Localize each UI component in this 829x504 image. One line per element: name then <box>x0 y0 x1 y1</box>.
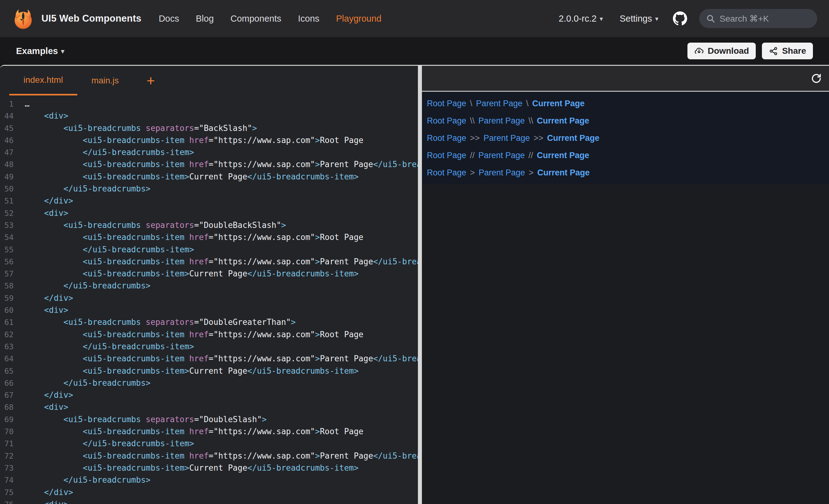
line-text: </div> <box>25 389 73 401</box>
breadcrumbs-row: Root Page>>Parent Page>>Current Page <box>427 129 829 147</box>
search-input[interactable]: Search ⌘+K <box>699 9 817 28</box>
settings-dropdown[interactable]: Settings ▾ <box>620 13 658 24</box>
breadcrumb-current: Current Page <box>532 99 585 108</box>
ui5-phoenix-logo[interactable] <box>12 7 35 30</box>
code-line: 51 </div> <box>0 195 418 207</box>
code-line: 72 <ui5-breadcrumbs-item href="https://w… <box>0 450 418 462</box>
settings-label: Settings <box>620 13 652 24</box>
breadcrumb-separator: \ <box>470 99 473 108</box>
line-text: <ui5-breadcrumbs-item href="https://www.… <box>25 353 418 365</box>
line-number: 65 <box>0 365 25 377</box>
site-header: UI5 Web Components Docs Blog Components … <box>0 0 829 37</box>
preview-pane: Root Page\Parent Page\Current PageRoot P… <box>422 66 829 504</box>
breadcrumb-current: Current Page <box>537 168 590 178</box>
breadcrumb-link[interactable]: Parent Page <box>476 99 522 108</box>
line-number: 46 <box>0 134 25 146</box>
code-line: 76 <div> <box>0 498 418 504</box>
code-line: 52 <div> <box>0 207 418 219</box>
code-line: 74 </ui5-breadcrumbs> <box>0 474 418 486</box>
line-text: <ui5-breadcrumbs-item href="https://www.… <box>25 134 363 146</box>
download-button[interactable]: Download <box>687 43 756 59</box>
breadcrumb-link[interactable]: Parent Page <box>483 133 530 143</box>
code-line: 58 </ui5-breadcrumbs> <box>0 280 418 292</box>
breadcrumb-separator: // <box>529 151 533 160</box>
version-dropdown[interactable]: 2.0.0-rc.2 ▾ <box>559 13 603 24</box>
code-line: 53 <ui5-breadcrumbs separators="DoubleBa… <box>0 219 418 231</box>
version-label: 2.0.0-rc.2 <box>559 13 597 24</box>
code-line: 48 <ui5-breadcrumbs-item href="https://w… <box>0 158 418 170</box>
line-text: </ui5-breadcrumbs-item> <box>25 438 194 450</box>
line-number: 47 <box>0 146 25 158</box>
breadcrumb-link[interactable]: Root Page <box>427 168 466 178</box>
line-number: 71 <box>0 438 25 450</box>
main-nav: Docs Blog Components Icons Playground <box>158 13 382 24</box>
line-number: 75 <box>0 487 25 498</box>
line-number: 74 <box>0 474 25 486</box>
code-area[interactable]: 1…44 <div>45 <ui5-breadcrumbs separators… <box>0 95 418 504</box>
examples-label: Examples <box>16 46 58 56</box>
line-text: <ui5-breadcrumbs separators="DoubleGreat… <box>25 316 296 328</box>
breadcrumb-link[interactable]: Root Page <box>427 99 466 108</box>
breadcrumb-separator: >> <box>470 133 480 143</box>
breadcrumb-separator: \ <box>526 99 529 108</box>
line-number: 60 <box>0 304 25 316</box>
line-text: </ui5-breadcrumbs> <box>25 280 150 292</box>
line-text: <ui5-breadcrumbs separators="BackSlash"> <box>25 122 257 134</box>
breadcrumb-separator: \\ <box>470 116 475 126</box>
breadcrumb-link[interactable]: Parent Page <box>478 168 525 178</box>
line-text: <ui5-breadcrumbs-item>Current Page</ui5-… <box>25 462 359 474</box>
tab-main-js[interactable]: main.js <box>77 66 133 95</box>
examples-dropdown[interactable]: Examples ▾ <box>16 46 64 56</box>
breadcrumb-separator: > <box>470 168 475 178</box>
line-text: <div> <box>25 401 68 413</box>
line-number: 68 <box>0 401 25 413</box>
line-number: 49 <box>0 171 25 183</box>
code-line: 45 <ui5-breadcrumbs separators="BackSlas… <box>0 122 418 134</box>
brand-title: UI5 Web Components <box>41 13 141 24</box>
code-line: 61 <ui5-breadcrumbs separators="DoubleGr… <box>0 316 418 328</box>
breadcrumb-separator: > <box>529 168 534 178</box>
nav-item-playground[interactable]: Playground <box>336 13 382 24</box>
add-tab-button[interactable]: + <box>146 66 155 95</box>
nav-item-blog[interactable]: Blog <box>196 13 214 24</box>
line-number: 73 <box>0 462 25 474</box>
breadcrumb-separator: \\ <box>529 116 533 126</box>
line-number: 76 <box>0 498 25 504</box>
line-text: <div> <box>25 498 68 504</box>
breadcrumb-link[interactable]: Parent Page <box>478 116 525 126</box>
breadcrumbs-row: Root Page\Parent Page\Current Page <box>427 95 829 112</box>
breadcrumb-link[interactable]: Root Page <box>427 133 466 143</box>
github-icon[interactable] <box>673 11 687 26</box>
breadcrumb-link[interactable]: Root Page <box>427 116 466 126</box>
code-line: 68 <div> <box>0 401 418 413</box>
breadcrumbs-row: Root Page>Parent Page>Current Page <box>427 164 829 181</box>
line-number: 59 <box>0 292 25 304</box>
line-number: 58 <box>0 280 25 292</box>
code-line: 66 </ui5-breadcrumbs> <box>0 377 418 389</box>
code-line: 60 <div> <box>0 304 418 316</box>
nav-item-icons[interactable]: Icons <box>298 13 319 24</box>
code-line: 70 <ui5-breadcrumbs-item href="https://w… <box>0 426 418 438</box>
breadcrumb-link[interactable]: Root Page <box>427 151 466 160</box>
code-line: 47 </ui5-breadcrumbs-item> <box>0 146 418 158</box>
code-line: 69 <ui5-breadcrumbs separators="DoubleSl… <box>0 414 418 426</box>
share-button[interactable]: Share <box>762 43 813 59</box>
nav-item-components[interactable]: Components <box>230 13 281 24</box>
tab-index-html[interactable]: index.html <box>9 66 77 95</box>
preview-toolbar <box>422 66 829 92</box>
share-icon <box>769 46 778 56</box>
line-number: 69 <box>0 414 25 426</box>
breadcrumb-current: Current Page <box>547 133 600 143</box>
line-number: 50 <box>0 183 25 195</box>
breadcrumb-link[interactable]: Parent Page <box>478 151 525 160</box>
line-number: 61 <box>0 316 25 328</box>
refresh-icon[interactable] <box>810 73 822 84</box>
pane-splitter[interactable] <box>418 66 422 504</box>
line-number: 48 <box>0 158 25 170</box>
line-text: </ui5-breadcrumbs-item> <box>25 341 194 353</box>
line-number: 63 <box>0 341 25 353</box>
line-number: 56 <box>0 256 25 268</box>
code-line: 46 <ui5-breadcrumbs-item href="https://w… <box>0 134 418 146</box>
nav-item-docs[interactable]: Docs <box>158 13 179 24</box>
code-line: 63 </ui5-breadcrumbs-item> <box>0 341 418 353</box>
